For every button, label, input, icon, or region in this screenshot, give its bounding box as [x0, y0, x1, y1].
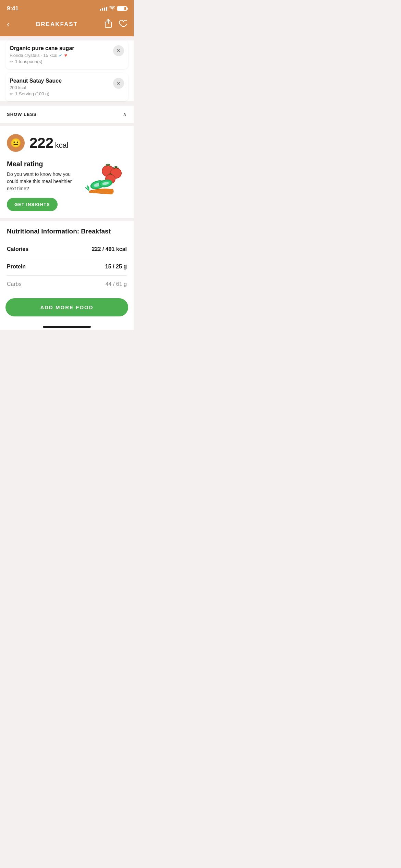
carbs-label: Carbs	[7, 281, 22, 287]
meal-rating-card: Meal rating Do you want to know how you …	[7, 160, 127, 211]
header-actions	[104, 19, 127, 30]
calories-section: 😐 222 kcal Meal rating Do you want to kn…	[0, 126, 134, 218]
food-item-info: Peanut Satay Sauce 200 kcal ✏ 1 Serving …	[10, 78, 113, 96]
meal-rating-title: Meal rating	[7, 160, 78, 168]
food-item-name: Peanut Satay Sauce	[10, 78, 113, 84]
show-less-row[interactable]: SHOW LESS ∧	[0, 105, 134, 123]
signal-icon	[100, 7, 107, 11]
status-bar: 9:41	[0, 0, 134, 15]
calories-display: 222 kcal	[29, 135, 69, 151]
nutrition-carbs-row: Carbs 44 / 61 g	[7, 276, 127, 293]
status-icons	[100, 6, 127, 11]
calories-unit: kcal	[55, 141, 69, 149]
edit-icon: ✏	[10, 59, 13, 64]
nutrition-section: Nutritional Information: Breakfast Calor…	[0, 221, 134, 293]
food-item: Peanut Satay Sauce 200 kcal ✏ 1 Serving …	[5, 73, 128, 101]
food-item-serving: ✏ 1 Serving (100 g)	[10, 91, 113, 96]
food-item: Organic pure cane sugar Florida crystals…	[5, 40, 128, 69]
heart-icon[interactable]	[118, 19, 127, 29]
heart-badge: ♥	[64, 52, 67, 58]
nutrition-protein-row: Protein 15 / 25 g	[7, 258, 127, 276]
remove-food-button[interactable]: ✕	[113, 78, 124, 89]
calories-row: 😐 222 kcal	[7, 134, 127, 152]
verified-badge: ✓	[59, 52, 63, 58]
food-item-serving: ✏ 1 teaspoon(s)	[10, 59, 113, 64]
food-item-name: Organic pure cane sugar	[10, 45, 113, 51]
meal-rating-description: Do you want to know how you could make t…	[7, 171, 78, 192]
nutrition-title: Nutritional Information: Breakfast	[7, 228, 127, 235]
food-item-meta: 200 kcal	[10, 85, 113, 90]
meal-rating-text: Meal rating Do you want to know how you …	[7, 160, 78, 211]
add-food-section: ADD MORE FOOD	[0, 293, 134, 323]
nutrition-calories-row: Calories 222 / 491 kcal	[7, 241, 127, 258]
food-item-meta: Florida crystals · 15 kcal ✓ ♥	[10, 52, 113, 58]
protein-label: Protein	[7, 264, 26, 270]
remove-food-button[interactable]: ✕	[113, 45, 124, 56]
calories-value: 222 / 491 kcal	[92, 246, 127, 252]
wifi-icon	[109, 6, 115, 11]
show-less-label: SHOW LESS	[7, 112, 37, 117]
status-time: 9:41	[7, 5, 19, 12]
home-bar	[43, 326, 91, 328]
chevron-up-icon: ∧	[123, 111, 127, 118]
add-more-food-button[interactable]: ADD MORE FOOD	[5, 298, 128, 316]
home-indicator	[0, 323, 134, 330]
back-button[interactable]: ‹	[7, 20, 10, 29]
veggie-illustration	[82, 160, 127, 198]
battery-icon	[117, 6, 127, 11]
header: ‹ BREAKFAST	[0, 15, 134, 36]
calories-value: 222	[29, 135, 53, 151]
food-list: Organic pure cane sugar Florida crystals…	[0, 40, 134, 101]
header-title: BREAKFAST	[36, 21, 78, 28]
protein-value: 15 / 25 g	[105, 264, 127, 270]
calories-label: Calories	[7, 246, 28, 252]
edit-icon: ✏	[10, 92, 13, 96]
get-insights-button[interactable]: GET INSIGHTS	[7, 198, 58, 211]
food-item-info: Organic pure cane sugar Florida crystals…	[10, 45, 113, 64]
share-icon[interactable]	[104, 19, 112, 30]
carbs-value: 44 / 61 g	[106, 281, 127, 287]
mood-emoji: 😐	[7, 134, 25, 152]
